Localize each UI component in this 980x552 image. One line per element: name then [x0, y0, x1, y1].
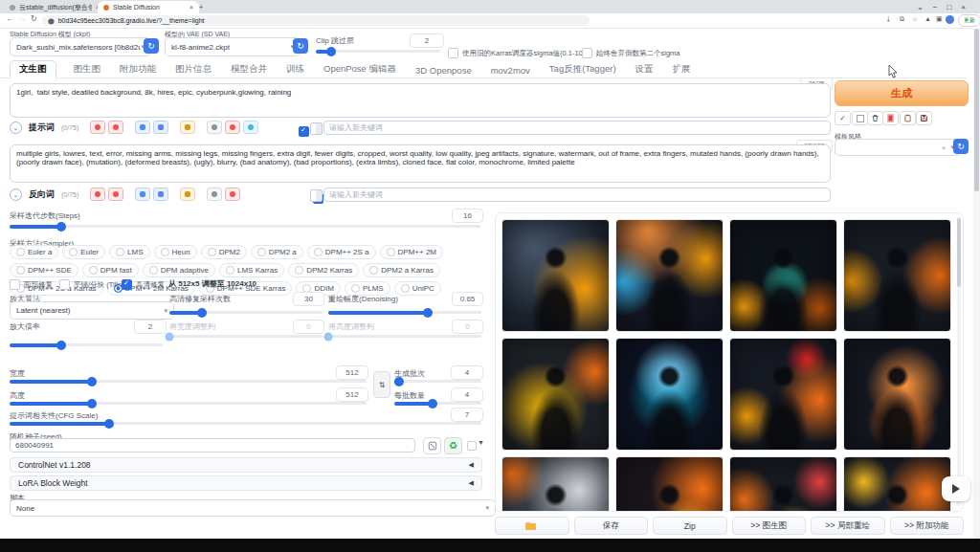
token-delete-icon[interactable] — [90, 121, 105, 134]
prompt-keyword-input[interactable] — [323, 121, 831, 135]
apply-style-button[interactable] — [900, 111, 916, 125]
checkpoint-refresh-button[interactable]: ↻ — [144, 38, 159, 54]
browser-tab-2[interactable]: Stable Diffusion × — [98, 1, 199, 13]
vae-dropdown[interactable]: kl-f8-anime2.ckpt ▾ — [165, 37, 301, 56]
action-button->> 图生图[interactable]: >> 图生图 — [732, 517, 807, 535]
sampler-option-UniPC[interactable]: UniPC — [394, 281, 441, 296]
gallery-image-5[interactable] — [501, 338, 610, 451]
tab-OpenPose 编辑器[interactable]: OpenPose 编辑器 — [322, 61, 398, 77]
collapse-circle-icon[interactable]: ⌄ — [10, 188, 22, 201]
token-card-icon[interactable] — [180, 188, 195, 201]
tab-训练[interactable]: 训练 — [284, 61, 306, 77]
tiling-checkbox[interactable]: 平铺/分块 (Tiling) — [59, 279, 128, 290]
face-restore-checkbox[interactable]: 面部修复 — [10, 279, 53, 290]
gallery-image-9[interactable] — [501, 456, 610, 512]
browser-tab-1[interactable]: 云stable_diffusion(整合包扩展)第 × — [4, 1, 105, 13]
gallery-image-12[interactable] — [843, 456, 951, 512]
generate-button[interactable]: 生成 — [835, 80, 969, 106]
width-value[interactable]: 512 — [336, 365, 368, 380]
sampler-option-LMS[interactable]: LMS — [109, 245, 149, 259]
clear-x-icon[interactable]: × — [942, 144, 947, 152]
karras-sigma-checkbox[interactable]: 使用旧的Karras调度器sigma值(0.1-10) — [448, 48, 585, 58]
gallery-image-1[interactable] — [501, 219, 610, 332]
script-dropdown[interactable]: None ▾ — [10, 499, 496, 517]
window-minimize-icon[interactable]: − — [933, 3, 938, 11]
hires-steps-value[interactable]: 30 — [293, 292, 324, 306]
negative-keyword-input[interactable] — [323, 188, 831, 202]
sampler-option-DPM++ 2S a[interactable]: DPM++ 2S a — [307, 245, 376, 259]
token-copy-icon[interactable] — [135, 188, 150, 201]
token-settings-icon[interactable] — [108, 121, 123, 134]
checkpoint-dropdown[interactable]: Dark_sushi_mix.safetensors [0b8d2uuuc5] … — [10, 37, 151, 56]
token-refresh-icon[interactable] — [207, 121, 222, 134]
random-seed-button[interactable] — [423, 437, 441, 454]
tab-图生图[interactable]: 图生图 — [72, 61, 103, 77]
gallery-image-4[interactable] — [843, 219, 951, 332]
url-box[interactable]: ⬤ b0d34c95eec3053bc8.gradio.live/?__them… — [42, 15, 590, 26]
sampler-option-DPM++ 2M[interactable]: DPM++ 2M — [380, 245, 443, 259]
steps-slider[interactable] — [10, 225, 480, 228]
new-tab-button[interactable]: + — [193, 1, 216, 13]
resize-height-slider[interactable] — [328, 335, 481, 338]
keyword-panel-toggle-icon[interactable] — [310, 189, 323, 202]
keyword-panel-toggle-icon[interactable] — [310, 122, 323, 135]
sampler-option-Euler[interactable]: Euler — [62, 245, 105, 259]
browser-update-button[interactable]: 更新 — [958, 14, 980, 27]
hires-fix-checkbox[interactable]: 高清修复 — [122, 279, 165, 290]
batch-count-slider[interactable] — [394, 380, 481, 383]
token-trash-icon[interactable] — [225, 188, 240, 201]
bookmark-star-icon[interactable]: ☆ — [912, 15, 918, 22]
denoising-slider[interactable] — [328, 311, 481, 314]
profile-icon[interactable]: ▲ — [924, 15, 931, 22]
sampler-option-DPM adaptive[interactable]: DPM adaptive — [143, 263, 215, 277]
sampler-option-LMS Karras[interactable]: LMS Karras — [219, 263, 284, 277]
browser-avatar[interactable] — [946, 15, 954, 24]
page-scrollbar-thumb[interactable] — [974, 29, 979, 191]
clear-prompt-button[interactable] — [867, 111, 883, 125]
token-delete-icon[interactable] — [90, 188, 105, 201]
tab-模型合并[interactable]: 模型合并 — [229, 61, 269, 77]
seed-input[interactable] — [10, 438, 415, 453]
style-refresh-button[interactable]: ↻ — [953, 139, 969, 154]
gallery-image-3[interactable] — [729, 219, 837, 332]
upscaler-dropdown[interactable]: Latent (nearest) ▾ — [10, 301, 174, 320]
forward-icon[interactable]: → — [18, 15, 26, 23]
sampler-option-DPM fast[interactable]: DPM fast — [82, 263, 139, 277]
clip-skip-slider[interactable] — [316, 50, 440, 53]
tab-Tag反推(Tagger)[interactable]: Tag反推(Tagger) — [547, 61, 618, 77]
prompt-textarea[interactable]: 1girl, tabi style, deatiled background, … — [10, 83, 831, 118]
tab-3D Openpose[interactable]: 3D Openpose — [413, 63, 474, 77]
batch-size-slider[interactable] — [394, 402, 481, 405]
tab-mov2mov[interactable]: mov2mov — [489, 63, 532, 77]
lora-block-weight-accordion[interactable]: LoRA Block Weight ◀ — [10, 475, 482, 491]
resize-width-value[interactable]: 0 — [293, 320, 324, 334]
swap-dimensions-button[interactable]: ⇅ — [373, 371, 390, 398]
gallery-image-10[interactable] — [615, 456, 724, 512]
tab-图片信息[interactable]: 图片信息 — [173, 61, 213, 77]
action-button->> 附加功能[interactable]: >> 附加功能 — [890, 517, 965, 535]
window-dropdown-icon[interactable]: ⌄ — [917, 3, 924, 11]
sampler-option-DPM++ SDE[interactable]: DPM++ SDE — [10, 263, 78, 277]
sampler-option-Heun[interactable]: Heun — [154, 245, 197, 259]
upscale-by-value[interactable]: 2 — [134, 320, 167, 334]
open-folder-button[interactable] — [495, 517, 569, 535]
share-icon[interactable]: ⧉ — [900, 15, 904, 22]
token-translate-icon[interactable] — [243, 121, 258, 134]
upscale-by-slider[interactable] — [10, 343, 163, 346]
live-preview-float-button[interactable] — [942, 476, 970, 501]
sampler-option-DPM2 Karras[interactable]: DPM2 Karras — [288, 263, 359, 277]
keyword-enable-checkbox[interactable] — [299, 126, 309, 137]
controlnet-accordion[interactable]: ControlNet v1.1.208 ◀ — [10, 457, 482, 473]
cfg-scale-slider[interactable] — [10, 422, 481, 425]
gallery-image-8[interactable] — [843, 338, 951, 451]
height-value[interactable]: 512 — [336, 387, 368, 402]
gallery-image-11[interactable] — [729, 456, 837, 512]
gallery-image-6[interactable] — [615, 338, 724, 451]
action-button->> 局部重绘[interactable]: >> 局部重绘 — [811, 517, 885, 535]
batch-count-value[interactable]: 4 — [451, 365, 483, 380]
back-icon[interactable]: ← — [6, 15, 13, 23]
token-paste-icon[interactable] — [153, 121, 168, 134]
style-template-dropdown[interactable]: × ▾ — [835, 139, 961, 156]
token-card-icon[interactable] — [180, 121, 195, 134]
hires-steps-slider[interactable] — [169, 311, 323, 314]
